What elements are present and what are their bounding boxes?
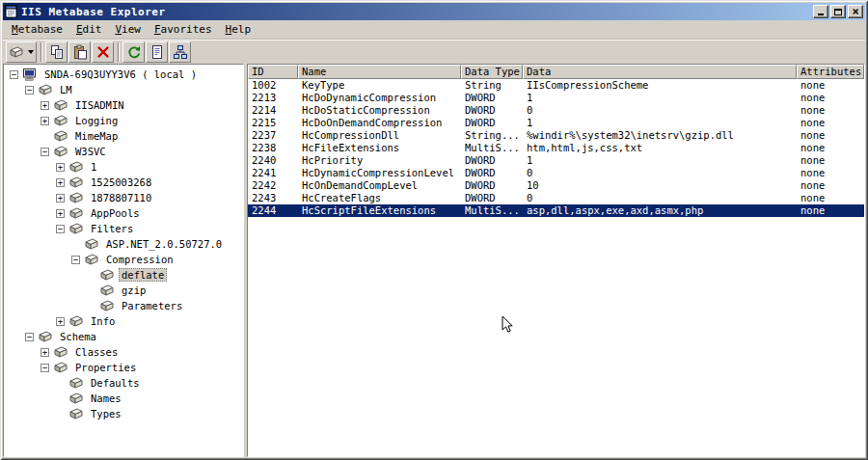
expander-spacer — [56, 379, 65, 388]
tree-item-mimemap[interactable]: MimeMap — [4, 128, 243, 144]
table-row-2241[interactable]: 2241HcDynamicCompressionLevelDWORD0none — [248, 167, 864, 179]
column-header-id[interactable]: ID — [248, 65, 298, 79]
column-header-data-type[interactable]: Data Type — [461, 65, 523, 79]
table-row-2242[interactable]: 2242HcOnDemandCompLevelDWORD10none — [248, 179, 864, 192]
table-row-2213[interactable]: 2213HcDoDynamicCompressionDWORD1none — [248, 92, 864, 104]
key-icon — [99, 299, 115, 312]
table-row-2238[interactable]: 2238HcFileExtensionsMultiS...htm,html,js… — [248, 142, 864, 154]
key-icon — [53, 98, 68, 112]
tree-item-defaults[interactable]: Defaults — [4, 375, 243, 391]
connect-icon — [173, 44, 188, 60]
tree-label: Compression — [103, 253, 176, 266]
main-content: −SNDA-69Q3UYY3V6 ( local )−LM+IISADMIN+L… — [3, 64, 865, 457]
column-header-attributes[interactable]: Attributes — [797, 65, 864, 79]
collapse-toggle[interactable]: − — [71, 256, 80, 264]
table-row-2243[interactable]: 2243HcCreateFlagsDWORD0none — [248, 192, 864, 204]
key-icon — [84, 253, 99, 266]
dropdown-arrow-icon[interactable] — [28, 50, 34, 54]
minimize-button[interactable] — [813, 5, 828, 18]
key-icon — [53, 129, 68, 143]
tree-item-logging[interactable]: +Logging — [4, 113, 243, 128]
menu-favorites[interactable]: Favorites — [148, 21, 219, 38]
cell-name: HcCompressionDll — [298, 129, 461, 142]
expand-toggle[interactable]: + — [56, 209, 65, 218]
expander-spacer — [56, 410, 65, 419]
maximize-button[interactable] — [830, 5, 846, 18]
tree-item-lm[interactable]: −LM — [4, 82, 243, 97]
collapse-toggle[interactable]: − — [41, 148, 49, 156]
expand-toggle[interactable]: + — [56, 194, 65, 203]
tree-item-classes[interactable]: +Classes — [4, 344, 243, 360]
menu-help[interactable]: Help — [219, 21, 258, 38]
tree-label: W3SVC — [72, 145, 109, 158]
tree-item-deflate[interactable]: deflate — [4, 267, 243, 283]
tree-item-names[interactable]: Names — [4, 391, 243, 406]
expand-toggle[interactable]: + — [41, 101, 49, 110]
key-icon — [38, 83, 53, 96]
refresh-icon — [126, 44, 142, 60]
column-header-filler — [864, 65, 865, 79]
app-icon — [5, 5, 18, 18]
menu-metabase[interactable]: Metabase — [5, 21, 69, 38]
tree-item-1525003268[interactable]: +1525003268 — [4, 175, 243, 190]
collapse-toggle[interactable]: − — [25, 333, 34, 341]
delete-button[interactable] — [92, 41, 114, 63]
tree-item-gzip[interactable]: gzip — [4, 283, 243, 298]
tree-item-parameters[interactable]: Parameters — [4, 298, 243, 313]
expand-toggle[interactable]: + — [41, 348, 49, 357]
column-header-data[interactable]: Data — [523, 65, 797, 79]
tree-item-properties[interactable]: −Properties — [4, 360, 243, 375]
tree-item-info[interactable]: +Info — [4, 313, 243, 329]
table-row-2240[interactable]: 2240HcPriorityDWORD1none — [248, 154, 864, 167]
tree-item-iisadmin[interactable]: +IISADMIN — [4, 97, 243, 113]
close-button[interactable]: × — [848, 5, 863, 18]
tree-item-asp-net-2-0-50727-0[interactable]: ASP.NET_2.0.50727.0 — [4, 236, 243, 252]
cell-id: 2241 — [248, 167, 298, 179]
tree-label: Classes — [72, 345, 121, 359]
key-icon — [68, 376, 84, 390]
tree-item-apppools[interactable]: +AppPools — [4, 205, 243, 221]
menu-view[interactable]: View — [108, 21, 148, 38]
tree-item-filters[interactable]: −Filters — [4, 221, 243, 236]
collapse-toggle[interactable]: − — [25, 86, 34, 95]
list-header: IDNameData TypeDataAttributes — [248, 65, 864, 79]
column-header-name[interactable]: Name — [298, 65, 461, 79]
expand-toggle[interactable]: + — [41, 117, 49, 125]
cell-data-type: DWORD — [461, 192, 523, 204]
tree-item-1[interactable]: +1 — [4, 159, 243, 175]
connect-button[interactable] — [169, 41, 191, 63]
paste-icon — [72, 44, 88, 60]
tree-item-types[interactable]: Types — [4, 406, 243, 421]
tree-item-schema[interactable]: −Schema — [4, 329, 243, 344]
collapse-toggle[interactable]: − — [41, 364, 49, 372]
metabase-tree: −SNDA-69Q3UYY3V6 ( local )−LM+IISADMIN+L… — [3, 64, 244, 457]
key-icon — [68, 407, 84, 420]
expand-toggle[interactable]: + — [56, 163, 65, 172]
collapse-toggle[interactable]: − — [56, 225, 65, 233]
paste-button[interactable] — [68, 41, 91, 63]
record-info-button[interactable] — [146, 41, 168, 63]
refresh-button[interactable] — [122, 41, 145, 63]
tree-item-snda-69q3uyy3v6-local[interactable]: −SNDA-69Q3UYY3V6 ( local ) — [4, 67, 243, 82]
new-key-button[interactable] — [6, 41, 37, 63]
table-row-1002[interactable]: 1002KeyTypeStringIIsCompressionSchemenon… — [248, 79, 864, 92]
cell-data: IIsCompressionScheme — [523, 79, 797, 92]
expand-toggle[interactable]: + — [56, 317, 65, 326]
table-row-2214[interactable]: 2214HcDoStaticCompressionDWORD0none — [248, 104, 864, 117]
collapse-toggle[interactable]: − — [10, 70, 18, 79]
delete-icon — [95, 44, 111, 60]
menu-edit[interactable]: Edit — [69, 21, 109, 38]
titlebar[interactable]: IIS Metabase Explorer × — [3, 3, 865, 20]
tree-item-compression[interactable]: −Compression — [4, 252, 243, 267]
minimize-icon — [818, 14, 824, 15]
tree-item-w3svc[interactable]: −W3SVC — [4, 144, 243, 159]
cell-id: 1002 — [248, 79, 298, 92]
table-row-2244[interactable]: 2244HcScriptFileExtensionsMultiS...asp,d… — [248, 204, 864, 217]
cell-id: 2244 — [248, 204, 298, 217]
copy-button[interactable] — [45, 41, 68, 63]
tree-item-1878807110[interactable]: +1878807110 — [4, 190, 243, 205]
table-row-2215[interactable]: 2215HcDoOnDemandCompressionDWORD1none — [248, 117, 864, 129]
table-row-2237[interactable]: 2237HcCompressionDllString...%windir%\sy… — [248, 129, 864, 142]
expand-toggle[interactable]: + — [56, 178, 65, 187]
cell-name: HcPriority — [298, 154, 461, 167]
